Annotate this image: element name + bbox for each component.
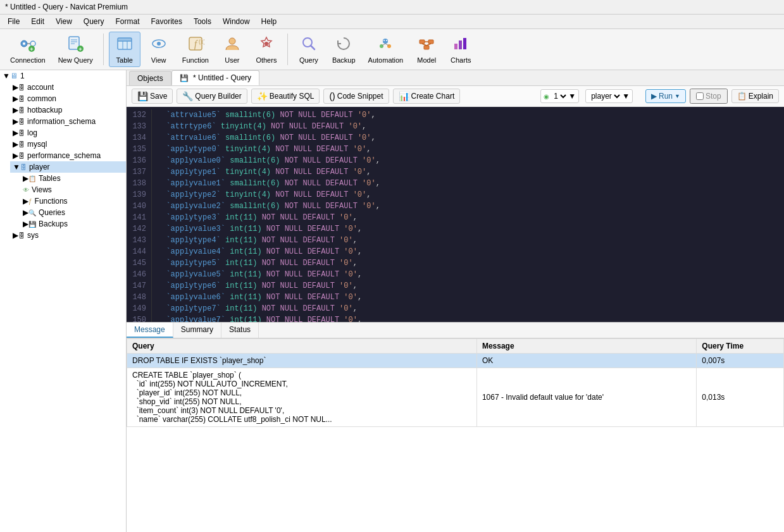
run-dropdown-arrow: ▼	[675, 93, 680, 99]
table-row[interactable]: CREATE TABLE `player_shop` ( `id` int(25…	[127, 368, 784, 427]
header-row: Query Message Query Time	[127, 339, 784, 354]
menu-edit[interactable]: Edit	[26, 16, 49, 27]
row2-query: CREATE TABLE `player_shop` ( `id` int(25…	[127, 368, 477, 427]
code-line-135: 135 `applytype0` tinyint(4) NOT NULL DEF…	[127, 144, 784, 155]
db-log-arrow: ▶	[13, 128, 18, 137]
db-hotbackup-icon: 🗄	[18, 107, 25, 114]
db-log[interactable]: ▶ 🗄 log	[10, 127, 126, 139]
db-selector[interactable]: ◉ 1 ▼	[540, 89, 579, 103]
tab-query-save-icon: 💾	[180, 74, 189, 82]
bottom-tab-summary[interactable]: Summary	[173, 323, 221, 338]
toolbar-user[interactable]: User	[216, 32, 248, 66]
menu-tools[interactable]: Tools	[189, 16, 216, 27]
connection-expand-arrow[interactable]: ▼	[3, 71, 10, 80]
code-line-143: 143 `applytype4` int(11) NOT NULL DEFAUL…	[127, 235, 784, 246]
db-information-schema-icon: 🗄	[18, 118, 25, 125]
toolbar-function[interactable]: f (x) Function	[177, 32, 214, 66]
backup-icon	[335, 35, 352, 55]
table-selector[interactable]: player ▼	[585, 89, 633, 103]
bottom-tab-message[interactable]: Message	[127, 323, 173, 338]
toolbar-new-query[interactable]: + New Query	[53, 32, 98, 66]
message-table-body: DROP TABLE IF EXISTS `player_shop` OK 0,…	[127, 354, 784, 427]
create-chart-label: Create Chart	[411, 92, 455, 101]
db-information-schema-arrow: ▶	[13, 117, 18, 126]
bottom-tab-status[interactable]: Status	[221, 323, 259, 338]
connection-root[interactable]: ▼ 🖥 1	[0, 70, 126, 82]
stop-button[interactable]: Stop	[690, 89, 728, 104]
run-icon: ▶	[651, 92, 657, 101]
code-line-139: 139 `applytype2` tinyint(4) NOT NULL DEF…	[127, 189, 784, 201]
query-builder-button[interactable]: 🔧 Query Builder	[177, 89, 247, 104]
db-hotbackup[interactable]: ▶ 🗄 hotbackup	[10, 104, 126, 116]
save-button[interactable]: 💾 Save	[132, 89, 173, 104]
player-functions[interactable]: ▶ ƒ Functions	[20, 195, 126, 207]
db-information-schema[interactable]: ▶ 🗄 information_schema	[10, 116, 126, 127]
tab-objects[interactable]: Objects	[129, 71, 171, 85]
code-line-147: 147 `applytype6` int(11) NOT NULL DEFAUL…	[127, 280, 784, 292]
results-table: Query Message Query Time DROP TABLE IF E…	[127, 338, 784, 448]
player-backups[interactable]: ▶ 💾 Backups	[20, 218, 126, 230]
code-line-142: 142 `applyvalue3` int(11) NOT NULL DEFAU…	[127, 223, 784, 235]
table-select[interactable]: player	[588, 91, 622, 101]
save-icon: 💾	[137, 91, 148, 101]
player-functions-icon: ƒ	[28, 198, 32, 205]
db-mysql[interactable]: ▶ 🗄 mysql	[10, 139, 126, 150]
db-sys[interactable]: ▶ 🗄 sys	[10, 230, 126, 241]
player-tables[interactable]: ▶ 📋 Tables	[20, 173, 126, 184]
db-common-label: common	[27, 94, 56, 103]
db-selector-icon: ◉	[544, 93, 549, 100]
toolbar-query-label: Query	[299, 56, 318, 64]
col-message: Message	[476, 339, 696, 354]
code-line-150: 150 `applyvalue7` int(11) NOT NULL DEFAU…	[127, 314, 784, 322]
toolbar-query[interactable]: Query	[293, 32, 325, 66]
toolbar-sep-1	[103, 34, 104, 65]
db-performance-schema-icon: 🗄	[18, 152, 25, 159]
svg-point-23	[264, 42, 268, 46]
db-player[interactable]: ▼ 🗄 player	[10, 161, 126, 173]
code-snippet-button[interactable]: () Code Snippet	[323, 89, 389, 104]
tab-untitled-query[interactable]: 💾 * Untitled - Query	[171, 70, 259, 85]
create-chart-button[interactable]: 📊 Create Chart	[393, 89, 461, 104]
stop-checkbox[interactable]	[696, 92, 704, 100]
svg-rect-35	[428, 40, 433, 44]
col-query-time: Query Time	[697, 339, 784, 354]
menu-view[interactable]: View	[51, 16, 77, 27]
player-queries[interactable]: ▶ 🔍 Queries	[20, 207, 126, 218]
code-editor[interactable]: 132 `attrvalue5` smallint(6) NOT NULL DE…	[127, 107, 784, 322]
tab-bar: Objects 💾 * Untitled - Query	[127, 70, 784, 86]
menu-file[interactable]: File	[3, 16, 25, 27]
tab-objects-label: Objects	[137, 74, 163, 83]
db-account[interactable]: ▶ 🗄 account	[10, 82, 126, 93]
bottom-tab-message-label: Message	[134, 325, 165, 334]
toolbar-table[interactable]: Table	[109, 32, 140, 67]
db-mysql-arrow: ▶	[13, 140, 18, 149]
db-performance-schema[interactable]: ▶ 🗄 performance_schema	[10, 150, 126, 161]
table-row[interactable]: DROP TABLE IF EXISTS `player_shop` OK 0,…	[127, 354, 784, 368]
toolbar-connection[interactable]: + Connection	[5, 32, 51, 66]
toolbar-others[interactable]: Others	[251, 32, 282, 66]
run-button[interactable]: ▶ Run ▼	[645, 89, 686, 103]
menu-format[interactable]: Format	[111, 16, 145, 27]
player-views[interactable]: 👁 Views	[20, 184, 126, 195]
db-select[interactable]: 1	[551, 91, 568, 101]
toolbar-automation[interactable]: Automation	[363, 32, 409, 66]
menu-help[interactable]: Help	[256, 16, 282, 27]
menu-favorites[interactable]: Favorites	[146, 16, 187, 27]
db-common[interactable]: ▶ 🗄 common	[10, 93, 126, 104]
beautify-sql-button[interactable]: ✨ Beautify SQL	[251, 89, 320, 104]
svg-text:(x): (x)	[199, 39, 204, 45]
explain-button[interactable]: 📋 Explain	[731, 89, 779, 103]
toolbar-view[interactable]: View	[143, 32, 175, 66]
toolbar-charts[interactable]: Charts	[445, 32, 476, 66]
toolbar-model[interactable]: Model	[411, 32, 442, 66]
code-line-148: 148 `applyvalue6` int(11) NOT NULL DEFAU…	[127, 292, 784, 303]
toolbar-backup[interactable]: Backup	[327, 32, 361, 66]
svg-point-18	[157, 42, 161, 46]
query-builder-icon: 🔧	[182, 91, 193, 101]
query-icon	[300, 35, 318, 55]
db-hotbackup-label: hotbackup	[27, 106, 62, 114]
menu-window[interactable]: Window	[218, 16, 255, 27]
player-functions-arrow: ▶	[23, 197, 28, 206]
db-common-icon: 🗄	[18, 96, 25, 102]
menu-query[interactable]: Query	[78, 16, 109, 27]
